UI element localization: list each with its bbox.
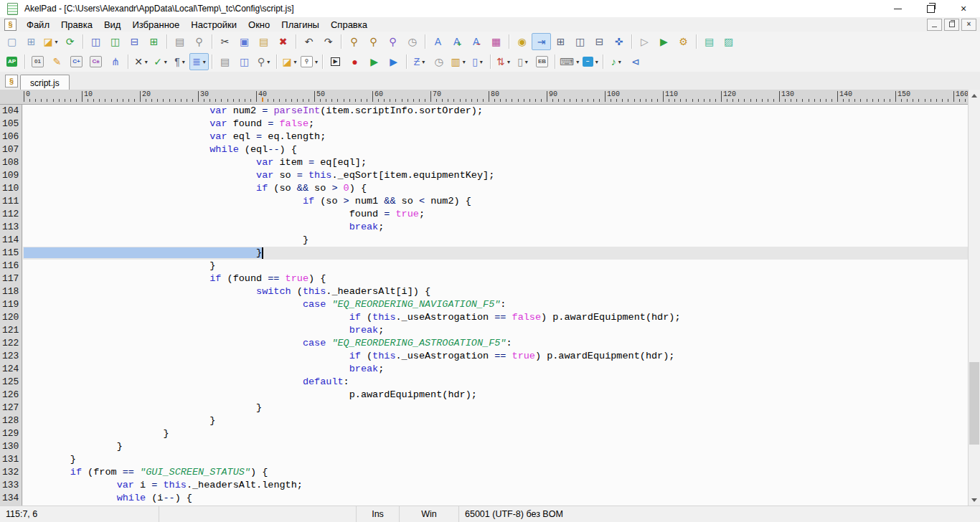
split-horizontal-button[interactable]: ⊟ xyxy=(590,33,609,50)
run-script-button[interactable]: ▶ xyxy=(654,33,674,50)
menu-item[interactable]: Справка xyxy=(325,18,373,32)
color-theme-button[interactable]: ▦ xyxy=(486,33,506,50)
always-on-top-pin-button[interactable]: ✜ xyxy=(609,33,628,50)
code-line[interactable]: } xyxy=(23,234,968,247)
code-line[interactable]: var so = this._eqSort[item.equipmentKey]… xyxy=(23,169,968,182)
split-window-button[interactable]: ⊞ xyxy=(551,33,570,50)
spell-check-button[interactable]: ✓▾ xyxy=(151,53,170,70)
read-only-lock-button[interactable]: ◉ xyxy=(512,33,532,50)
code-line[interactable]: } xyxy=(23,260,968,272)
scrollbar-thumb[interactable] xyxy=(969,362,979,445)
code-line[interactable]: var i = this._headersAlt.length; xyxy=(23,479,968,492)
code-line[interactable]: break; xyxy=(23,363,968,376)
code-structure-button[interactable]: ⋔ xyxy=(105,53,125,70)
restore-button[interactable] xyxy=(914,0,947,17)
recent-files-button[interactable]: ◷ xyxy=(429,53,448,70)
tab-document-icon[interactable]: § xyxy=(5,75,18,87)
coder-theme-button[interactable]: C± xyxy=(86,53,105,70)
dropdown-arrow-icon[interactable]: ▾ xyxy=(463,59,466,65)
line-board-button[interactable]: ≣▾ xyxy=(189,53,209,70)
notes-edit-button[interactable]: ▨ xyxy=(719,33,738,50)
dropdown-arrow-icon[interactable]: ▾ xyxy=(595,59,598,65)
code-line[interactable]: var item = eq[eql]; xyxy=(23,156,968,169)
dropdown-arrow-icon[interactable]: ▾ xyxy=(525,59,528,65)
mdi-close-button[interactable]: × xyxy=(961,19,976,31)
code-line[interactable]: if (found == true) { xyxy=(23,272,968,285)
code-line[interactable]: if (so > num1 && so < num2) { xyxy=(23,195,968,208)
code-line[interactable]: var eql = eq.length; xyxy=(23,130,968,143)
document-menu-icon[interactable]: § xyxy=(4,19,17,31)
quick-search-button[interactable]: ⚲▾ xyxy=(299,53,319,70)
code-line[interactable]: } xyxy=(23,440,968,453)
speaker-button[interactable]: ⊲ xyxy=(626,53,645,70)
reopen-file-button[interactable]: ⟳ xyxy=(60,33,80,50)
undo-button[interactable]: ↶ xyxy=(299,33,319,50)
save-session-button[interactable]: ◫ xyxy=(235,53,254,70)
code-editor[interactable]: var num2 = parseInt(item.scriptInfo.sort… xyxy=(23,105,968,506)
redo-button[interactable]: ↷ xyxy=(319,33,338,50)
menu-item[interactable]: Плагины xyxy=(275,18,325,32)
code-line[interactable]: p.awardEquipment(hdr); xyxy=(23,389,968,402)
print-button[interactable]: ▤ xyxy=(170,33,189,50)
scroll-sync-button[interactable]: ▯▾ xyxy=(513,53,532,70)
find-button[interactable]: ⚲ xyxy=(344,33,364,50)
code-line[interactable]: if (this._useAstrogation == true) p.awar… xyxy=(23,350,968,363)
paste-button[interactable]: ▤ xyxy=(254,33,273,50)
macro-run-button[interactable]: ▶ xyxy=(384,53,403,70)
menu-item[interactable]: Избранное xyxy=(126,18,185,32)
code-line[interactable]: if (this._useAstrogation == false) p.awa… xyxy=(23,311,968,324)
font-increase-button[interactable]: A+ xyxy=(448,33,467,50)
dropdown-arrow-icon[interactable]: ▾ xyxy=(55,39,58,45)
dropdown-arrow-icon[interactable]: ▾ xyxy=(507,59,510,65)
save-button[interactable]: ◫ xyxy=(86,33,105,50)
code-line[interactable]: while (i--) { xyxy=(23,492,968,505)
code-line[interactable]: case "EQ_REORDERING_NAVIGATION_F5": xyxy=(23,298,968,311)
encoding-tool-button[interactable]: EB xyxy=(532,53,552,70)
dropdown-arrow-icon[interactable]: ▾ xyxy=(182,59,185,65)
keyboard-layout-button[interactable]: ⌨▾ xyxy=(558,53,580,70)
akelpad-logo-button[interactable]: AP xyxy=(2,53,22,70)
templates-button[interactable]: ▯▾ xyxy=(468,53,487,70)
copy-button[interactable]: ▣ xyxy=(235,33,254,50)
favorites-folder-button[interactable]: ◪▾ xyxy=(280,53,299,70)
highlighter-button[interactable]: ✎ xyxy=(47,53,67,70)
macro-record-button[interactable]: ● xyxy=(345,53,364,70)
new-window-button[interactable]: ⊞ xyxy=(22,33,41,50)
dropdown-arrow-icon[interactable]: ▾ xyxy=(422,59,425,65)
dropdown-arrow-icon[interactable]: ▾ xyxy=(203,59,206,65)
code-line[interactable]: while (eql--) { xyxy=(23,143,968,156)
menu-item[interactable]: Файл xyxy=(21,18,55,32)
delete-button[interactable]: ✖ xyxy=(273,33,293,50)
vertical-scrollbar[interactable] xyxy=(968,90,980,506)
sort-lines-button[interactable]: ⇅▾ xyxy=(494,53,513,70)
dropdown-arrow-icon[interactable]: ▾ xyxy=(576,59,579,65)
show-invisibles-button[interactable]: ¶▾ xyxy=(170,53,189,70)
dropdown-arrow-icon[interactable]: ▾ xyxy=(315,59,318,65)
cut-button[interactable]: ✂ xyxy=(215,33,235,50)
mdi-restore-button[interactable] xyxy=(944,19,959,31)
code-line[interactable]: break; xyxy=(23,324,968,337)
save-all-button[interactable]: ⊟ xyxy=(125,33,144,50)
settings-button[interactable]: ⚙ xyxy=(674,33,693,50)
minimize-button[interactable] xyxy=(881,0,914,17)
scripts-button[interactable]: Ƶ▾ xyxy=(410,53,429,70)
code-line[interactable]: } xyxy=(23,427,968,440)
fold-collapse-button[interactable]: ✕▾ xyxy=(131,53,151,70)
menu-item[interactable]: Вид xyxy=(98,18,127,32)
macro-menu-button[interactable]: ▶ xyxy=(326,53,345,70)
new-file-button[interactable]: ▢ xyxy=(2,33,22,50)
dropdown-arrow-icon[interactable]: ▾ xyxy=(294,59,297,65)
code-line[interactable]: } xyxy=(23,453,968,466)
code-line[interactable]: } xyxy=(23,414,968,427)
scroll-up-button[interactable] xyxy=(969,90,980,102)
word-wrap-button[interactable]: ⇥ xyxy=(532,33,551,50)
tab-script-js[interactable]: script.js xyxy=(20,75,70,90)
clipboard-history-button[interactable]: ◷ xyxy=(402,33,422,50)
notes-button[interactable]: ▤ xyxy=(699,33,719,50)
code-line[interactable]: if (so && so > 0) { xyxy=(23,182,968,195)
dropdown-arrow-icon[interactable]: ▾ xyxy=(145,59,148,65)
session-lock-button[interactable]: ▥▾ xyxy=(448,53,468,70)
execute-button[interactable]: ▷ xyxy=(635,33,654,50)
coder-settings-button[interactable]: C+ xyxy=(67,53,86,70)
code-line[interactable]: default: xyxy=(23,376,968,389)
